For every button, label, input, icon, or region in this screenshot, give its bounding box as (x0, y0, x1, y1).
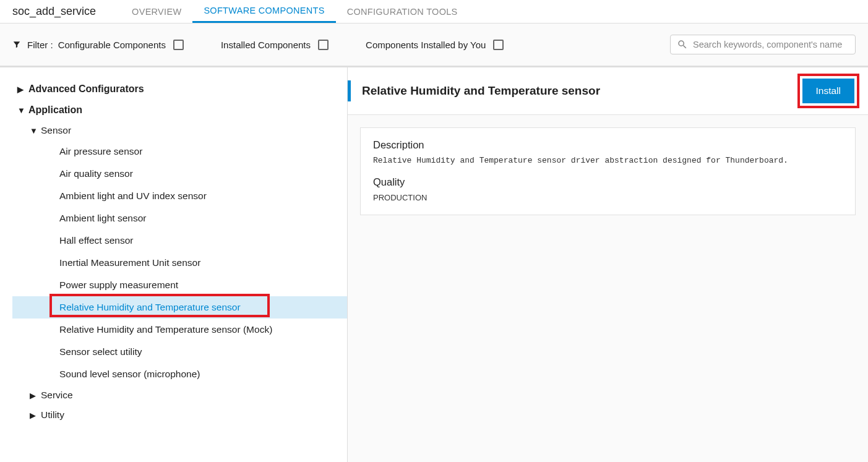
tree-leaf-label: Ambient light and UV index sensor (59, 190, 207, 201)
tree-panel[interactable]: ▶Advanced Configurators▼Application▼Sens… (0, 67, 348, 462)
tree-leaf-label: Relative Humidity and Temperature sensor… (59, 324, 272, 335)
filter-label: Filter : (27, 40, 53, 50)
tabs: OVERVIEWSOFTWARE COMPONENTSCONFIGURATION… (121, 0, 469, 23)
filter-icon (12, 40, 21, 49)
tree-node-label: Utility (41, 409, 64, 421)
filter-item-0: Configurable Components (58, 40, 184, 50)
detail-header: Relative Humidity and Temperature sensor… (348, 67, 868, 115)
search-icon (677, 39, 688, 50)
tree-leaf[interactable]: Sensor select utility (12, 341, 347, 363)
tree-leaf-label: Air pressure sensor (59, 146, 142, 156)
detail-body: Description Relative Humidity and Temper… (348, 115, 868, 462)
tree-leaf-label: Power supply measurement (59, 280, 178, 290)
filter-items: Configurable ComponentsInstalled Compone… (58, 40, 541, 50)
description-text: Relative Humidity and Temperature sensor… (373, 156, 843, 165)
tab-configuration-tools[interactable]: CONFIGURATION TOOLS (336, 0, 469, 23)
quality-value: PRODUCTION (373, 193, 843, 202)
filter-item-label: Components Installed by You (366, 40, 486, 50)
caret-icon: ▼ (17, 106, 24, 115)
filter-checkbox[interactable] (493, 40, 504, 50)
filter-checkbox[interactable] (318, 40, 329, 50)
tree-leaf[interactable]: Sound level sensor (microphone) (12, 363, 347, 385)
tree-node-label: Advanced Configurators (28, 83, 144, 95)
filterbar: Filter : Configurable ComponentsInstalle… (0, 24, 868, 66)
caret-icon: ▼ (30, 126, 36, 135)
page-title: soc_add_service (12, 5, 96, 18)
tree-leaf[interactable]: Relative Humidity and Temperature sensor (12, 296, 347, 319)
tree-node[interactable]: ▶Advanced Configurators (0, 79, 347, 100)
search-input[interactable] (693, 40, 849, 49)
tree-leaf[interactable]: Ambient light and UV index sensor (12, 185, 347, 207)
caret-icon: ▶ (30, 411, 36, 420)
caret-icon: ▶ (17, 85, 24, 94)
tree-leaf-label: Sensor select utility (59, 346, 142, 357)
tab-software-components[interactable]: SOFTWARE COMPONENTS (192, 0, 335, 23)
tree-leaf-label: Ambient light sensor (59, 213, 146, 223)
filter-item-label: Configurable Components (58, 40, 166, 50)
tree-node-label: Sensor (41, 125, 71, 136)
tab-overview[interactable]: OVERVIEW (121, 0, 192, 23)
content: ▶Advanced Configurators▼Application▼Sens… (0, 66, 868, 462)
tree-leaf[interactable]: Air quality sensor (12, 163, 347, 185)
tree-leaf[interactable]: Power supply measurement (12, 274, 347, 296)
detail-panel: Relative Humidity and Temperature sensor… (348, 67, 868, 462)
caret-icon: ▶ (30, 391, 36, 400)
filter-checkbox[interactable] (173, 40, 184, 50)
header: soc_add_service OVERVIEWSOFTWARE COMPONE… (0, 0, 868, 24)
tree-leaf-label: Hall effect sensor (59, 235, 133, 246)
install-wrap: Install (802, 79, 855, 103)
tree-node[interactable]: ▼Sensor (12, 121, 347, 140)
filter-item-1: Installed Components (221, 40, 329, 50)
component-title: Relative Humidity and Temperature sensor (362, 84, 802, 98)
quality-label: Quality (373, 176, 843, 188)
search-box[interactable] (670, 35, 856, 54)
tree-leaf-label: Inertial Measurement Unit sensor (59, 257, 200, 268)
tree-node[interactable]: ▶Service (12, 385, 347, 405)
tree-node[interactable]: ▼Application (0, 100, 347, 121)
description-card: Description Relative Humidity and Temper… (360, 127, 856, 215)
filter-item-2: Components Installed by You (366, 40, 504, 50)
tree-node[interactable]: ▶Utility (12, 405, 347, 425)
tree-leaf-label: Relative Humidity and Temperature sensor (59, 302, 241, 312)
tree-leaf[interactable]: Air pressure sensor (12, 140, 347, 163)
tree-leaf[interactable]: Hall effect sensor (12, 229, 347, 252)
tree-leaf[interactable]: Inertial Measurement Unit sensor (12, 252, 347, 274)
install-button[interactable]: Install (802, 79, 855, 103)
tree-leaf[interactable]: Relative Humidity and Temperature sensor… (12, 319, 347, 341)
tree-leaf-label: Sound level sensor (microphone) (59, 369, 200, 379)
description-label: Description (373, 139, 843, 151)
accent-bar (348, 80, 351, 101)
filter-item-label: Installed Components (221, 40, 311, 50)
tree-node-label: Service (41, 390, 73, 401)
tree-node-label: Application (28, 105, 82, 116)
tree-leaf[interactable]: Ambient light sensor (12, 207, 347, 229)
tree-leaf-label: Air quality sensor (59, 168, 133, 179)
